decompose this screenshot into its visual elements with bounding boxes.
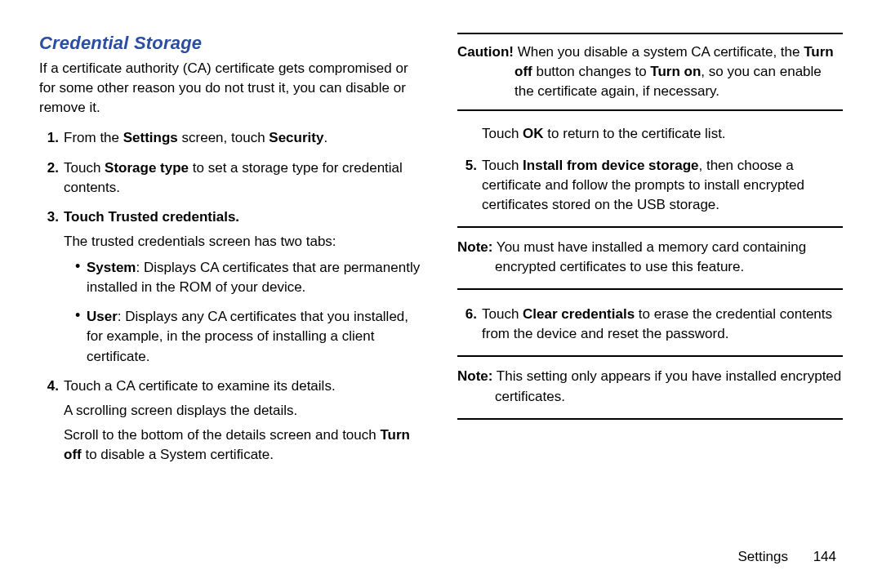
step-text: Touch Clear credentials to erase the cre…: [482, 306, 832, 341]
step-4-line2: A scrolling screen displays the details.: [64, 401, 425, 421]
footer-section: Settings: [737, 549, 787, 564]
page-footer: Settings 144: [737, 549, 836, 565]
step-text: Touch Storage type to set a storage type…: [64, 160, 403, 195]
right-column: Caution! When you disable a system CA ce…: [457, 33, 843, 474]
step-text: Touch Install from device storage, then …: [482, 158, 804, 212]
step-text-bold: Touch Trusted credentials.: [64, 209, 239, 225]
step-6: 6. Touch Clear credentials to erase the …: [477, 305, 843, 344]
caution-block: Caution! When you disable a system CA ce…: [457, 33, 843, 111]
step-5: 5. Touch Install from device storage, th…: [477, 156, 843, 215]
step-2: 2. Touch Storage type to set a storage t…: [59, 158, 425, 198]
footer-page-number: 144: [813, 549, 836, 565]
note-label: Note:: [457, 368, 492, 384]
manual-page: Credential Storage If a certificate auth…: [0, 0, 882, 588]
touch-ok-line: Touch OK to return to the certificate li…: [482, 124, 843, 144]
step-number: 4.: [39, 376, 64, 396]
intro-paragraph: If a certificate authority (CA) certific…: [39, 59, 425, 117]
bullet-user: User: Displays any CA certificates that …: [75, 307, 425, 366]
step-3-bullets: System: Displays CA certificates that ar…: [64, 258, 425, 367]
step-number: 1.: [39, 128, 64, 148]
right-steps-list-5: 5. Touch Install from device storage, th…: [457, 156, 843, 215]
step-3-subtext: The trusted credentials screen has two t…: [64, 232, 425, 252]
step-4: 4. Touch a CA certificate to examine its…: [59, 376, 425, 466]
two-column-layout: Credential Storage If a certificate auth…: [39, 33, 843, 474]
right-steps-list-6: 6. Touch Clear credentials to erase the …: [457, 305, 843, 344]
step-1: 1. From the Settings screen, touch Secur…: [59, 128, 425, 148]
step-number: 2.: [39, 158, 64, 178]
step-number: 3.: [39, 207, 64, 227]
section-heading: Credential Storage: [39, 33, 425, 54]
step-number: 5.: [457, 156, 482, 176]
bullet-system: System: Displays CA certificates that ar…: [75, 258, 425, 297]
step-text: From the Settings screen, touch Security…: [64, 130, 327, 145]
caution-label: Caution!: [457, 44, 514, 60]
left-steps-list: 1. From the Settings screen, touch Secur…: [39, 128, 425, 465]
step-4-line1: Touch a CA certificate to examine its de…: [64, 378, 336, 394]
note-block-2: Note: This setting only appears if you h…: [457, 355, 843, 419]
step-4-line3: Scroll to the bottom of the details scre…: [64, 425, 425, 465]
left-column: Credential Storage If a certificate auth…: [39, 33, 425, 474]
note-block-1: Note: You must have installed a memory c…: [457, 226, 843, 290]
note-label: Note:: [457, 239, 492, 255]
step-3: 3. Touch Trusted credentials. The truste…: [59, 207, 425, 367]
step-number: 6.: [457, 305, 482, 324]
